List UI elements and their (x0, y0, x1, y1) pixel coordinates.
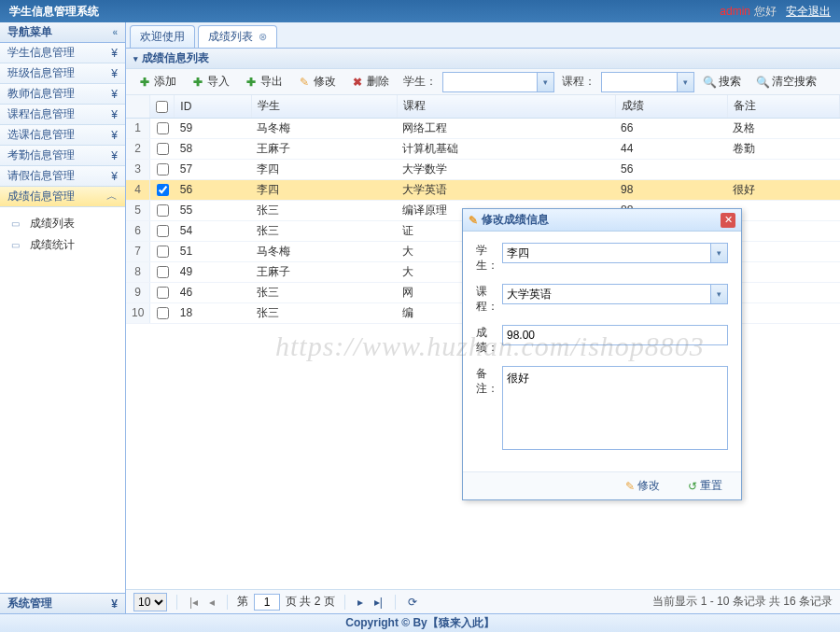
row-checkbox[interactable] (157, 143, 169, 155)
dialog-header[interactable]: ✎修改成绩信息 ✕ (463, 209, 741, 232)
edit-dialog: ✎修改成绩信息 ✕ 学生： 李四▾ 课程： 大学英语▾ 成绩： 备注： (462, 208, 742, 500)
sidebar: 导航菜单 « 学生信息管理¥班级信息管理¥教师信息管理¥课程信息管理¥选课信息管… (0, 22, 126, 613)
export-button[interactable]: ✚导出 (238, 72, 289, 92)
top-bar: 学生信息管理系统 admin 您好 安全退出 (0, 0, 840, 22)
prev-page-button[interactable]: ◂ (206, 596, 217, 609)
tab-strip: 欢迎使用成绩列表⊗ (126, 22, 840, 49)
clear-icon: 🔍 (756, 76, 769, 89)
row-checkbox[interactable] (157, 225, 169, 237)
first-page-button[interactable]: |◂ (187, 596, 201, 609)
table-row[interactable]: 357李四大学数学56 (126, 159, 840, 179)
footer: Copyright © By【猿来入此】 (0, 613, 840, 632)
dialog-reset-button[interactable]: ↺重置 (679, 476, 732, 497)
book-icon (11, 240, 26, 251)
refresh-button[interactable]: ⟳ (405, 596, 420, 609)
row-checkbox[interactable] (157, 122, 169, 134)
chevron-down-icon: ▾ (537, 73, 553, 91)
next-page-button[interactable]: ▸ (355, 596, 366, 609)
filter-course-label: 课程： (562, 74, 595, 90)
pager-info: 当前显示 1 - 10 条记录 共 16 条记录 (652, 594, 833, 610)
sidebar-section[interactable]: 选课信息管理¥ (0, 125, 125, 146)
last-page-button[interactable]: ▸| (371, 596, 385, 609)
tab[interactable]: 成绩列表⊗ (198, 25, 277, 48)
dialog-course-combo[interactable]: 大学英语▾ (502, 284, 728, 304)
sidebar-section[interactable]: 教师信息管理¥ (0, 84, 125, 105)
dialog-course-label: 课程： (476, 284, 502, 314)
column-header[interactable]: 备注 (727, 95, 839, 118)
column-header[interactable]: 课程 (397, 95, 615, 118)
collapse-icon: « (112, 27, 118, 37)
dialog-remark-label: 备注： (476, 366, 502, 453)
pencil-icon: ✎ (298, 76, 311, 89)
clear-search-button[interactable]: 🔍清空搜索 (749, 72, 823, 92)
pencil-icon: ✎ (469, 214, 478, 227)
pager: 10 |◂ ◂ 第 页 共 2 页 ▸ ▸| ⟳ 当前显示 1 - 10 条记录… (126, 589, 840, 613)
dialog-close-button[interactable]: ✕ (721, 213, 735, 228)
dialog-submit-button[interactable]: ✎修改 (616, 476, 669, 497)
column-header[interactable]: 学生 (251, 95, 397, 118)
dialog-remark-textarea[interactable]: 很好 (502, 366, 728, 450)
dialog-score-input[interactable] (502, 325, 728, 345)
reset-icon: ↺ (688, 480, 697, 493)
row-checkbox[interactable] (157, 246, 169, 258)
row-checkbox[interactable] (157, 307, 169, 319)
sidebar-section[interactable]: 班级信息管理¥ (0, 63, 125, 84)
table-row[interactable]: 159马冬梅网络工程66及格 (126, 118, 840, 138)
page-size-select[interactable]: 10 (133, 593, 167, 611)
caret-down-icon: ▾ (133, 54, 138, 63)
filter-course-combo[interactable]: ▾ (601, 72, 694, 92)
sidebar-section[interactable]: 课程信息管理¥ (0, 105, 125, 125)
logout-link[interactable]: 安全退出 (786, 4, 831, 20)
column-header[interactable]: ID (175, 95, 251, 118)
tree-item[interactable]: 成绩列表 (4, 213, 121, 234)
add-button[interactable]: ✚添加 (132, 72, 183, 92)
greeting: 您好 (754, 4, 777, 20)
sidebar-section[interactable]: 成绩信息管理︿ (0, 187, 125, 207)
row-checkbox[interactable] (157, 204, 169, 217)
chevron-down-icon: ▾ (710, 285, 727, 303)
dialog-score-label: 成绩： (476, 325, 502, 355)
expand-icon: ¥ (111, 108, 118, 121)
chevron-down-icon: ▾ (710, 244, 727, 262)
filter-student-combo[interactable]: ▾ (442, 72, 554, 92)
table-row[interactable]: 258王麻子计算机基础44卷勤 (126, 138, 840, 159)
table-row[interactable]: 456李四大学英语98很好 (126, 179, 840, 200)
search-button[interactable]: 🔍搜索 (696, 72, 748, 92)
sidebar-section[interactable]: 考勤信息管理¥ (0, 146, 125, 166)
tab[interactable]: 欢迎使用 (130, 25, 195, 48)
sidebar-section[interactable]: 请假信息管理¥ (0, 166, 125, 187)
toolbar: ✚添加 ✚导入 ✚导出 ✎修改 ✖删除 学生： ▾ 课程： ▾ 🔍搜索 🔍清空搜… (126, 69, 840, 95)
panel-title: ▾ 成绩信息列表 (126, 49, 840, 69)
export-icon: ✚ (245, 76, 258, 89)
expand-icon: ¥ (111, 47, 118, 60)
sidebar-section[interactable]: 学生信息管理¥ (0, 43, 125, 63)
select-all-checkbox[interactable] (156, 101, 168, 113)
filter-student-label: 学生： (403, 74, 437, 90)
dialog-student-label: 学生： (476, 243, 502, 273)
expand-icon: ¥ (111, 129, 118, 142)
expand-icon: ¥ (111, 149, 118, 162)
nav-footer[interactable]: 系统管理 ¥ (0, 593, 125, 613)
column-header[interactable]: 成绩 (615, 95, 727, 118)
tree-item[interactable]: 成绩统计 (4, 234, 121, 256)
row-checkbox[interactable] (157, 163, 169, 176)
pencil-icon: ✎ (625, 480, 635, 493)
row-checkbox[interactable] (157, 184, 169, 196)
nav-header[interactable]: 导航菜单 « (0, 22, 125, 43)
expand-down-icon: ¥ (111, 597, 118, 611)
import-button[interactable]: ✚导入 (185, 72, 236, 92)
page-input[interactable] (254, 594, 280, 611)
dialog-student-combo[interactable]: 李四▾ (502, 243, 728, 263)
row-checkbox[interactable] (157, 287, 169, 299)
tab-close-icon[interactable]: ⊗ (259, 31, 267, 43)
chevron-down-icon: ▾ (677, 73, 693, 91)
expand-icon: ¥ (111, 88, 118, 101)
edit-button[interactable]: ✎修改 (291, 72, 343, 92)
plus-icon: ✚ (138, 76, 151, 89)
chevron-up-icon: ︿ (106, 189, 118, 204)
app-title: 学生信息管理系统 (9, 4, 99, 20)
row-checkbox[interactable] (157, 266, 169, 278)
delete-button[interactable]: ✖删除 (344, 72, 396, 92)
current-user: admin (720, 5, 750, 18)
search-icon: 🔍 (703, 76, 716, 89)
